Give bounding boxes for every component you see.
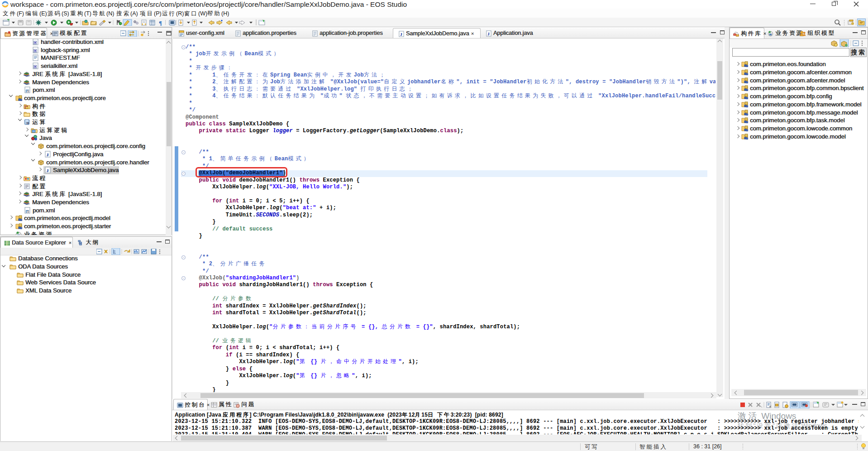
svg-text:¶: ¶	[159, 19, 162, 26]
